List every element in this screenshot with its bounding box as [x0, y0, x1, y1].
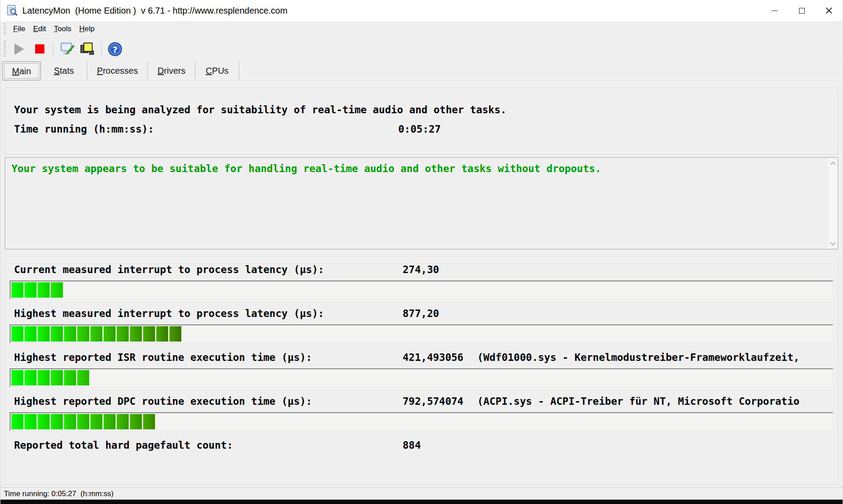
bar-segment [104, 414, 115, 429]
bar-segment [51, 326, 63, 342]
menu-item-edit[interactable]: Edit [29, 23, 50, 35]
minimize-icon [771, 11, 778, 11]
play-icon [14, 43, 24, 55]
verdict-box: Your system appears to be suitable for h… [5, 157, 838, 249]
bar-segment [38, 282, 50, 298]
copy-report-icon [79, 41, 95, 57]
measurement-row: Highest reported ISR routine execution t… [5, 352, 838, 365]
close-button[interactable] [815, 0, 843, 21]
measurement-row: Highest reported DPC routine execution t… [5, 396, 838, 409]
main-tab-content: Your system is being analyzed for suitab… [0, 81, 843, 487]
bar-segment [51, 414, 63, 429]
bar-segment [90, 326, 102, 342]
measurement-label: Highest measured interrupt to process la… [14, 308, 324, 319]
verdict-scrollbar[interactable] [828, 158, 837, 248]
status-bar: Time running: 0:05:27 (h:mm:ss) [0, 487, 843, 500]
bar-segment [25, 282, 36, 298]
menu-item-file[interactable]: File [9, 23, 29, 35]
start-monitor-button[interactable] [9, 39, 29, 59]
measurement-value: 877,20 [403, 308, 439, 319]
close-icon [825, 7, 832, 14]
bar-segment [64, 414, 76, 429]
bar-segment [77, 370, 89, 385]
bar-segment [51, 370, 63, 385]
window-title: LatencyMon (Home Edition ) v 6.71 - http… [22, 6, 288, 16]
status-text: Time running: 0:05:27 (h:mm:ss) [0, 490, 114, 498]
window-bottom-edge [0, 500, 843, 504]
menu-item-tools[interactable]: Tools [50, 23, 76, 35]
menu-bar: FileEditToolsHelp [0, 21, 843, 37]
stop-monitor-button[interactable] [29, 39, 50, 59]
menu-item-help[interactable]: Help [75, 23, 98, 35]
bar-segment [38, 326, 50, 342]
latency-bar [10, 412, 833, 431]
measurement-row: Reported total hard pagefault count:884 [5, 439, 838, 453]
minimize-button[interactable] [761, 0, 788, 21]
time-running-value: 0:05:27 [398, 123, 441, 135]
measurement-label: Reported total hard pagefault count: [14, 439, 233, 451]
options-button[interactable] [57, 39, 77, 59]
bar-segment [77, 414, 89, 429]
measurement-label: Highest reported DPC routine execution t… [14, 396, 312, 407]
bar-segment [77, 326, 89, 342]
measurement-value: 274,30 [403, 264, 439, 275]
bar-segment [117, 414, 129, 429]
tab-bar: MainStatsProcessesDriversCPUs [0, 61, 843, 81]
tab-drivers[interactable]: Drivers [148, 61, 195, 80]
measurement-label: Current measured interrupt to process la… [14, 264, 324, 275]
bar-segment [38, 414, 50, 429]
bar-segment [156, 326, 168, 342]
bar-segment [104, 326, 115, 342]
analysis-group: Your system is being analyzed for suitab… [5, 88, 838, 155]
bar-segment [143, 326, 155, 342]
measurement-row: Highest measured interrupt to process la… [5, 308, 838, 321]
maximize-icon [799, 8, 805, 14]
latency-bar [10, 368, 833, 387]
bar-segment [64, 370, 76, 385]
bar-segment [90, 414, 102, 429]
bar-segment [117, 326, 129, 342]
help-icon: ? [107, 41, 123, 57]
bar-segment [130, 326, 142, 342]
bar-segment [25, 370, 36, 385]
bar-segment [11, 414, 23, 429]
measurement-value: 884 [403, 439, 421, 451]
maximize-button[interactable] [788, 0, 815, 21]
bar-segment [11, 282, 23, 298]
latency-bar [10, 281, 833, 299]
measurement-value: 421,493056 [403, 352, 463, 363]
scroll-down-button[interactable] [828, 239, 837, 248]
help-button[interactable]: ? [105, 39, 125, 59]
copy-report-button[interactable] [77, 39, 97, 59]
bar-segment [64, 326, 76, 342]
latencymon-app-icon [7, 5, 18, 16]
toolbar: ? [0, 37, 843, 61]
stop-icon [35, 44, 44, 54]
scroll-up-button[interactable] [828, 158, 837, 167]
bar-segment [25, 326, 36, 342]
stats-panel: Current measured interrupt to process la… [5, 256, 838, 485]
bar-segment [51, 282, 63, 298]
measurement-row: Current measured interrupt to process la… [5, 264, 838, 277]
measurement-driver-info: (Wdf01000.sys - Kernelmodustreiber-Frame… [477, 352, 800, 363]
bar-segment [169, 326, 181, 342]
tab-processes[interactable]: Processes [87, 61, 148, 80]
toolbar-gripper[interactable] [4, 40, 6, 58]
verdict-text: Your system appears to be suitable for h… [11, 163, 601, 174]
chevron-up-icon [830, 162, 835, 166]
analysis-status-text: Your system is being analyzed for suitab… [14, 104, 507, 115]
tab-main[interactable]: Main [2, 61, 41, 80]
tab-stats[interactable]: Stats [41, 61, 87, 80]
bar-segment [130, 414, 142, 429]
app-window: LatencyMon (Home Edition ) v 6.71 - http… [0, 0, 843, 504]
bar-segment [11, 326, 23, 342]
title-bar: LatencyMon (Home Edition ) v 6.71 - http… [0, 0, 843, 21]
time-running-label: Time running (h:mm:ss): [14, 123, 154, 135]
options-icon [59, 41, 75, 57]
tab-cpus[interactable]: CPUs [195, 61, 239, 80]
bar-segment [11, 370, 23, 385]
menu-gripper[interactable] [4, 23, 6, 34]
measurement-value: 792,574074 [403, 396, 463, 407]
chevron-down-icon [830, 240, 835, 245]
svg-text:?: ? [112, 44, 118, 55]
